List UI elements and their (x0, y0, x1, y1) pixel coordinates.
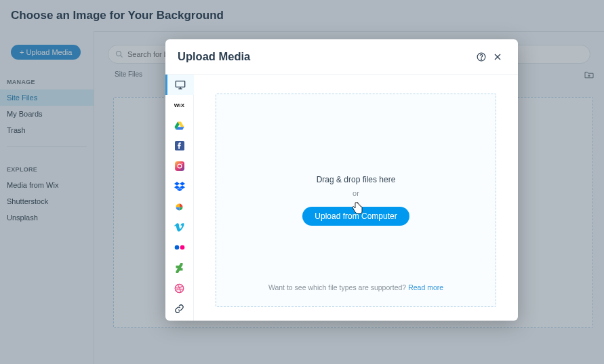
source-flickr[interactable] (165, 237, 194, 258)
source-dribbble[interactable] (165, 278, 194, 298)
or-text: or (353, 189, 359, 197)
upload-media-modal: Upload Media WiX (165, 39, 518, 321)
dropbox-icon (174, 182, 185, 191)
svg-point-14 (181, 163, 182, 165)
source-deviantart[interactable] (165, 258, 194, 278)
svg-rect-8 (176, 81, 184, 87)
svg-rect-11 (175, 141, 184, 150)
flickr-icon (174, 245, 185, 250)
source-computer[interactable] (165, 75, 194, 95)
source-instagram[interactable] (165, 156, 194, 176)
source-vimeo[interactable] (165, 217, 194, 237)
source-link[interactable] (165, 298, 194, 319)
computer-icon (175, 80, 186, 89)
modal-title: Upload Media (178, 50, 473, 63)
link-icon (174, 304, 184, 314)
source-google-photos[interactable] (165, 197, 194, 217)
read-more-link[interactable]: Read more (408, 283, 443, 291)
svg-point-17 (175, 284, 184, 293)
facebook-icon (175, 141, 184, 150)
modal-header: Upload Media (165, 39, 518, 75)
drop-panel: Drag & drop files here or Upload from Co… (194, 75, 518, 321)
svg-point-15 (174, 245, 179, 250)
supported-files-text: Want to see which file types are support… (268, 283, 443, 291)
drop-area[interactable]: Drag & drop files here or Upload from Co… (216, 94, 496, 307)
source-dropbox[interactable] (165, 176, 194, 197)
google-drive-icon (174, 121, 184, 130)
svg-point-5 (481, 58, 482, 59)
close-icon[interactable] (489, 49, 506, 65)
drag-drop-text: Drag & drop files here (317, 175, 396, 184)
modal-body: WiX (165, 75, 518, 321)
google-photos-icon (174, 202, 184, 212)
upload-from-computer-button[interactable]: Upload from Computer (302, 207, 409, 226)
svg-point-18 (175, 284, 184, 293)
svg-point-16 (180, 245, 184, 250)
svg-point-13 (178, 164, 182, 168)
source-facebook[interactable] (165, 136, 194, 156)
instagram-icon (175, 161, 184, 171)
wix-icon: WiX (174, 102, 185, 108)
source-wix[interactable]: WiX (165, 95, 194, 115)
vimeo-icon (174, 223, 184, 232)
dribbble-icon (174, 283, 184, 294)
source-rail: WiX (165, 75, 194, 321)
svg-rect-12 (175, 161, 184, 171)
source-google-drive[interactable] (165, 115, 194, 136)
deviantart-icon (176, 263, 183, 273)
help-icon[interactable] (473, 49, 489, 65)
